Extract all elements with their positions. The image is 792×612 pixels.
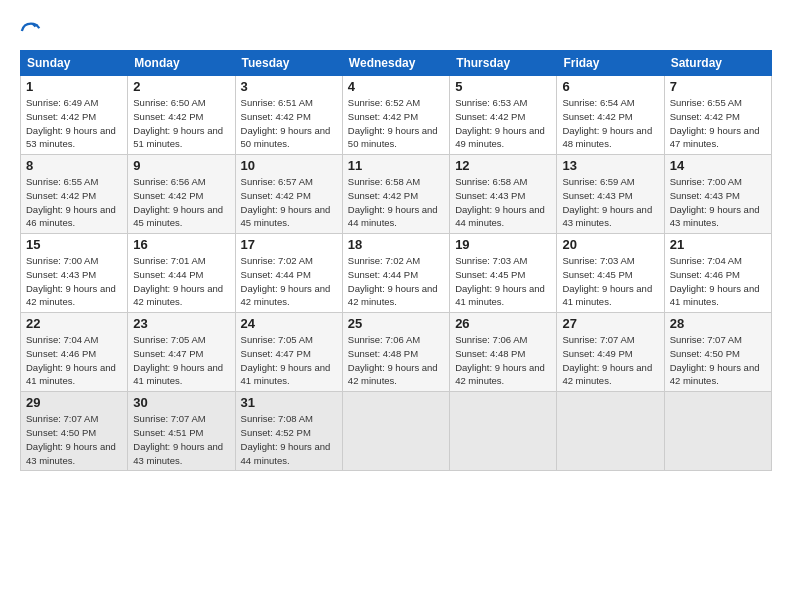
calendar-cell [342,392,449,471]
calendar-cell: 15 Sunrise: 7:00 AMSunset: 4:43 PMDaylig… [21,234,128,313]
day-info: Sunrise: 6:49 AMSunset: 4:42 PMDaylight:… [26,97,116,149]
calendar-week-2: 8 Sunrise: 6:55 AMSunset: 4:42 PMDayligh… [21,155,772,234]
weekday-header-sunday: Sunday [21,51,128,76]
calendar-cell: 5 Sunrise: 6:53 AMSunset: 4:42 PMDayligh… [450,76,557,155]
day-number: 27 [562,316,658,331]
day-info: Sunrise: 6:56 AMSunset: 4:42 PMDaylight:… [133,176,223,228]
calendar-cell: 17 Sunrise: 7:02 AMSunset: 4:44 PMDaylig… [235,234,342,313]
calendar-cell: 27 Sunrise: 7:07 AMSunset: 4:49 PMDaylig… [557,313,664,392]
calendar-cell: 22 Sunrise: 7:04 AMSunset: 4:46 PMDaylig… [21,313,128,392]
calendar-cell: 9 Sunrise: 6:56 AMSunset: 4:42 PMDayligh… [128,155,235,234]
day-number: 16 [133,237,229,252]
day-number: 30 [133,395,229,410]
calendar-cell: 4 Sunrise: 6:52 AMSunset: 4:42 PMDayligh… [342,76,449,155]
calendar-cell: 7 Sunrise: 6:55 AMSunset: 4:42 PMDayligh… [664,76,771,155]
day-info: Sunrise: 6:58 AMSunset: 4:43 PMDaylight:… [455,176,545,228]
calendar-cell: 14 Sunrise: 7:00 AMSunset: 4:43 PMDaylig… [664,155,771,234]
day-info: Sunrise: 7:07 AMSunset: 4:51 PMDaylight:… [133,413,223,465]
day-number: 5 [455,79,551,94]
day-info: Sunrise: 7:06 AMSunset: 4:48 PMDaylight:… [455,334,545,386]
calendar-cell: 8 Sunrise: 6:55 AMSunset: 4:42 PMDayligh… [21,155,128,234]
day-number: 12 [455,158,551,173]
calendar-cell: 2 Sunrise: 6:50 AMSunset: 4:42 PMDayligh… [128,76,235,155]
calendar-week-1: 1 Sunrise: 6:49 AMSunset: 4:42 PMDayligh… [21,76,772,155]
calendar-cell: 11 Sunrise: 6:58 AMSunset: 4:42 PMDaylig… [342,155,449,234]
calendar-cell: 19 Sunrise: 7:03 AMSunset: 4:45 PMDaylig… [450,234,557,313]
day-info: Sunrise: 6:54 AMSunset: 4:42 PMDaylight:… [562,97,652,149]
day-info: Sunrise: 7:05 AMSunset: 4:47 PMDaylight:… [133,334,223,386]
day-info: Sunrise: 7:03 AMSunset: 4:45 PMDaylight:… [562,255,652,307]
calendar-week-4: 22 Sunrise: 7:04 AMSunset: 4:46 PMDaylig… [21,313,772,392]
day-number: 28 [670,316,766,331]
weekday-header-wednesday: Wednesday [342,51,449,76]
day-info: Sunrise: 7:00 AMSunset: 4:43 PMDaylight:… [26,255,116,307]
day-info: Sunrise: 7:05 AMSunset: 4:47 PMDaylight:… [241,334,331,386]
weekday-header-monday: Monday [128,51,235,76]
logo [20,20,45,42]
day-info: Sunrise: 6:53 AMSunset: 4:42 PMDaylight:… [455,97,545,149]
day-number: 31 [241,395,337,410]
calendar-cell: 1 Sunrise: 6:49 AMSunset: 4:42 PMDayligh… [21,76,128,155]
day-info: Sunrise: 6:57 AMSunset: 4:42 PMDaylight:… [241,176,331,228]
day-info: Sunrise: 6:59 AMSunset: 4:43 PMDaylight:… [562,176,652,228]
day-info: Sunrise: 7:07 AMSunset: 4:49 PMDaylight:… [562,334,652,386]
calendar-cell: 16 Sunrise: 7:01 AMSunset: 4:44 PMDaylig… [128,234,235,313]
calendar-cell: 20 Sunrise: 7:03 AMSunset: 4:45 PMDaylig… [557,234,664,313]
day-number: 18 [348,237,444,252]
day-info: Sunrise: 7:02 AMSunset: 4:44 PMDaylight:… [241,255,331,307]
day-number: 21 [670,237,766,252]
day-info: Sunrise: 7:04 AMSunset: 4:46 PMDaylight:… [670,255,760,307]
calendar-week-3: 15 Sunrise: 7:00 AMSunset: 4:43 PMDaylig… [21,234,772,313]
calendar-cell: 28 Sunrise: 7:07 AMSunset: 4:50 PMDaylig… [664,313,771,392]
page: SundayMondayTuesdayWednesdayThursdayFrid… [0,0,792,612]
calendar-cell: 10 Sunrise: 6:57 AMSunset: 4:42 PMDaylig… [235,155,342,234]
day-number: 20 [562,237,658,252]
day-number: 10 [241,158,337,173]
day-info: Sunrise: 6:58 AMSunset: 4:42 PMDaylight:… [348,176,438,228]
day-number: 17 [241,237,337,252]
calendar-cell: 3 Sunrise: 6:51 AMSunset: 4:42 PMDayligh… [235,76,342,155]
calendar-cell: 13 Sunrise: 6:59 AMSunset: 4:43 PMDaylig… [557,155,664,234]
day-info: Sunrise: 7:03 AMSunset: 4:45 PMDaylight:… [455,255,545,307]
day-number: 15 [26,237,122,252]
day-number: 6 [562,79,658,94]
calendar-cell [450,392,557,471]
calendar-cell: 30 Sunrise: 7:07 AMSunset: 4:51 PMDaylig… [128,392,235,471]
day-number: 7 [670,79,766,94]
day-info: Sunrise: 6:52 AMSunset: 4:42 PMDaylight:… [348,97,438,149]
day-info: Sunrise: 6:55 AMSunset: 4:42 PMDaylight:… [670,97,760,149]
calendar-cell [664,392,771,471]
weekday-header-saturday: Saturday [664,51,771,76]
day-info: Sunrise: 7:01 AMSunset: 4:44 PMDaylight:… [133,255,223,307]
day-number: 26 [455,316,551,331]
calendar-cell: 12 Sunrise: 6:58 AMSunset: 4:43 PMDaylig… [450,155,557,234]
day-info: Sunrise: 6:55 AMSunset: 4:42 PMDaylight:… [26,176,116,228]
calendar-cell: 29 Sunrise: 7:07 AMSunset: 4:50 PMDaylig… [21,392,128,471]
calendar-table: SundayMondayTuesdayWednesdayThursdayFrid… [20,50,772,471]
day-number: 19 [455,237,551,252]
day-number: 24 [241,316,337,331]
day-info: Sunrise: 7:00 AMSunset: 4:43 PMDaylight:… [670,176,760,228]
header [20,16,772,42]
weekday-header-row: SundayMondayTuesdayWednesdayThursdayFrid… [21,51,772,76]
day-info: Sunrise: 6:51 AMSunset: 4:42 PMDaylight:… [241,97,331,149]
weekday-header-tuesday: Tuesday [235,51,342,76]
calendar-cell: 25 Sunrise: 7:06 AMSunset: 4:48 PMDaylig… [342,313,449,392]
day-number: 2 [133,79,229,94]
day-info: Sunrise: 6:50 AMSunset: 4:42 PMDaylight:… [133,97,223,149]
day-number: 14 [670,158,766,173]
calendar-cell: 6 Sunrise: 6:54 AMSunset: 4:42 PMDayligh… [557,76,664,155]
day-info: Sunrise: 7:08 AMSunset: 4:52 PMDaylight:… [241,413,331,465]
day-number: 9 [133,158,229,173]
day-number: 11 [348,158,444,173]
day-number: 23 [133,316,229,331]
day-number: 29 [26,395,122,410]
calendar-cell: 23 Sunrise: 7:05 AMSunset: 4:47 PMDaylig… [128,313,235,392]
day-number: 22 [26,316,122,331]
day-number: 13 [562,158,658,173]
day-number: 1 [26,79,122,94]
day-info: Sunrise: 7:07 AMSunset: 4:50 PMDaylight:… [670,334,760,386]
calendar-cell [557,392,664,471]
logo-icon [20,20,42,42]
day-number: 3 [241,79,337,94]
